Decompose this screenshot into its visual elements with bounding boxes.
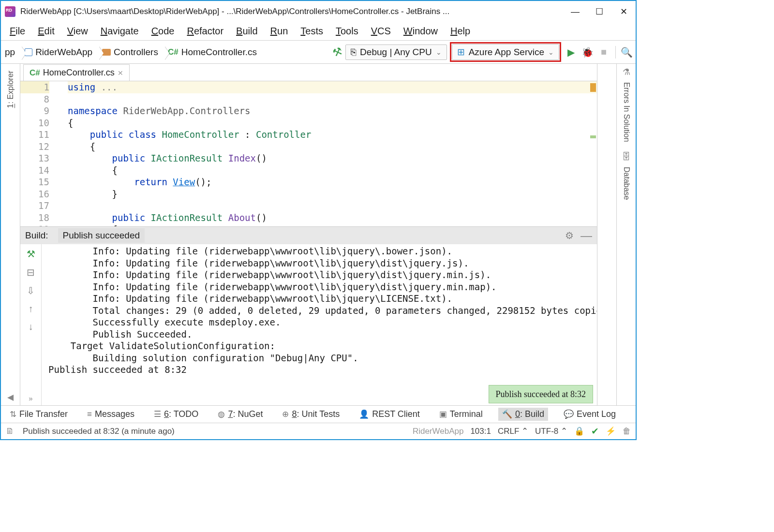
maximize-button[interactable]: ☐: [593, 5, 606, 18]
menu-refactor[interactable]: Refactor: [181, 23, 229, 40]
breadcrumb-label: RiderWebApp: [35, 47, 92, 58]
tool-tab-unittests[interactable]: ⊕8: Unit Tests: [278, 408, 343, 421]
tree-icon[interactable]: ⊟: [27, 266, 35, 278]
menu-help[interactable]: Help: [445, 23, 476, 40]
sidebar-tab-errors[interactable]: Errors In Solution: [622, 77, 631, 147]
menu-navigate[interactable]: Navigate: [95, 23, 145, 40]
right-tool-gutter: ⚗ Errors In Solution 🗄 Database: [616, 64, 636, 405]
lock-icon[interactable]: 🔒: [574, 426, 584, 436]
gear-icon[interactable]: ⚙: [565, 230, 574, 241]
tab-icon: 💬: [564, 409, 574, 419]
sidebar-tab-explorer[interactable]: 1: Explorer: [6, 66, 15, 113]
chevron-down-icon: ⌄: [436, 48, 442, 56]
resharper-icon[interactable]: ⚡: [606, 426, 616, 436]
tool-tab-nuget[interactable]: ◍7: NuGet: [214, 408, 267, 421]
menu-code[interactable]: Code: [146, 23, 180, 40]
collapse-icon[interactable]: ◀: [7, 392, 14, 402]
editor-tab-strip: C# HomeController.cs ✕: [20, 64, 597, 81]
tool-tab-terminal[interactable]: ▣Terminal: [435, 408, 487, 421]
tab-icon: ☰: [154, 409, 161, 419]
breadcrumb-homecontroller.cs[interactable]: C#HomeController.cs: [165, 45, 264, 59]
down-arrow-icon[interactable]: ↓: [29, 321, 33, 332]
tool-tab-eventlog[interactable]: 💬Event Log: [560, 408, 620, 421]
editor-tab-label: HomeController.cs: [43, 68, 115, 78]
search-icon[interactable]: 🔍: [621, 46, 633, 58]
tab-icon: 👤: [359, 409, 369, 419]
build-icon[interactable]: ⚒: [331, 44, 344, 59]
hammer-icon[interactable]: ⚒: [27, 248, 35, 260]
tool-tab-filetransfer[interactable]: ⇅File Transfer: [6, 408, 72, 421]
tab-icon: ⊕: [282, 409, 289, 419]
close-button[interactable]: ✕: [617, 5, 630, 18]
breadcrumb-controllers[interactable]: Controllers: [99, 45, 165, 59]
run-config-label: Azure App Service: [469, 47, 544, 58]
tab-icon: ⇅: [10, 409, 16, 419]
export-icon[interactable]: ⇩: [27, 285, 35, 296]
error-stripe[interactable]: [590, 83, 596, 226]
up-arrow-icon[interactable]: ↑: [29, 303, 33, 314]
breadcrumb: ppRiderWebAppControllersC#HomeController…: [2, 45, 264, 59]
sidebar-tab-database[interactable]: Database: [622, 162, 631, 205]
minimize-button[interactable]: —: [569, 5, 581, 18]
status-save-icon[interactable]: 🗎: [6, 427, 14, 436]
encoding-selector[interactable]: UTF-8 ⌃: [535, 426, 567, 436]
menu-run[interactable]: Run: [265, 23, 294, 40]
toast-notification[interactable]: Publish succeeded at 8:32: [489, 385, 593, 404]
tool-tab-restclient[interactable]: 👤REST Client: [355, 408, 424, 421]
app-icon: [5, 6, 15, 17]
build-log[interactable]: Info: Updating file (riderwebapp\wwwroot…: [42, 244, 597, 405]
minimize-panel-icon[interactable]: —: [580, 229, 592, 242]
menu-bar: FileEditViewNavigateCodeRefactorBuildRun…: [1, 22, 636, 41]
tool-tab-todo[interactable]: ☰6: TODO: [150, 408, 202, 421]
menu-edit[interactable]: Edit: [32, 23, 60, 40]
menu-build[interactable]: Build: [230, 23, 263, 40]
tab-label: 0: Build: [515, 409, 544, 419]
breadcrumb-label: Controllers: [114, 47, 158, 58]
tool-tab-messages[interactable]: ≡Messages: [83, 408, 138, 421]
tab-label: Event Log: [577, 409, 616, 419]
tab-label: File Transfer: [19, 409, 68, 419]
fold-gutter: [58, 81, 67, 226]
menu-tests[interactable]: Tests: [295, 23, 329, 40]
menu-window[interactable]: Window: [398, 23, 444, 40]
menu-file[interactable]: File: [4, 23, 31, 40]
line-number-gutter: 18910111213141516171819: [20, 81, 58, 226]
build-config-label: Debug | Any CPU: [360, 47, 432, 58]
tab-icon: 🔨: [502, 409, 512, 419]
csharp-icon: C#: [30, 68, 40, 78]
bottom-tool-tabs: ⇅File Transfer≡Messages☰6: TODO◍7: NuGet…: [1, 405, 636, 423]
close-tab-icon[interactable]: ✕: [118, 69, 123, 77]
tool-tab-build[interactable]: 🔨0: Build: [498, 408, 548, 421]
menu-view[interactable]: View: [61, 23, 94, 40]
database-icon[interactable]: 🗄: [622, 152, 631, 162]
build-header-label: Build:: [25, 230, 48, 241]
run-config-dropdown[interactable]: ⊞ Azure App Service ⌄: [452, 44, 559, 60]
code-area[interactable]: using ... namespace RiderWebApp.Controll…: [67, 81, 597, 226]
breadcrumb-pp[interactable]: pp: [2, 45, 22, 59]
build-panel: Build: Publish succeeded ⚙ — ⚒ ⊟ ⇩ ↑ ↓ »: [20, 226, 597, 405]
flask-icon[interactable]: ⚗: [623, 67, 630, 77]
run-button[interactable]: ▶: [564, 46, 578, 58]
more-icon[interactable]: »: [29, 394, 32, 402]
editor-tab[interactable]: C# HomeController.cs ✕: [23, 64, 130, 81]
stop-button[interactable]: ■: [597, 46, 610, 58]
info-marker[interactable]: [590, 135, 596, 138]
build-config-dropdown[interactable]: ⎘ Debug | Any CPU ⌄: [345, 44, 447, 60]
inspection-ok-icon[interactable]: ✔: [591, 426, 599, 437]
menu-vcs[interactable]: VCS: [365, 23, 397, 40]
tab-icon: ◍: [218, 409, 225, 419]
line-separator-selector[interactable]: CRLF ⌃: [498, 426, 528, 436]
debug-button[interactable]: 🐞: [580, 46, 594, 58]
breadcrumb-riderwebapp[interactable]: RiderWebApp: [22, 45, 99, 59]
target-icon: ⎘: [351, 47, 356, 58]
tab-icon: ▣: [439, 409, 447, 419]
tab-label: REST Client: [372, 409, 420, 419]
tab-label: 6: TODO: [164, 409, 198, 419]
menu-tools[interactable]: Tools: [330, 23, 364, 40]
status-bar: 🗎 Publish succeeded at 8:32 (a minute ag…: [1, 423, 636, 439]
memory-icon[interactable]: 🗑: [623, 427, 631, 436]
code-editor[interactable]: 18910111213141516171819 using ... namesp…: [20, 81, 597, 226]
tab-icon: ≡: [87, 410, 92, 419]
azure-icon: ⊞: [457, 46, 465, 58]
warning-marker[interactable]: [590, 83, 596, 92]
